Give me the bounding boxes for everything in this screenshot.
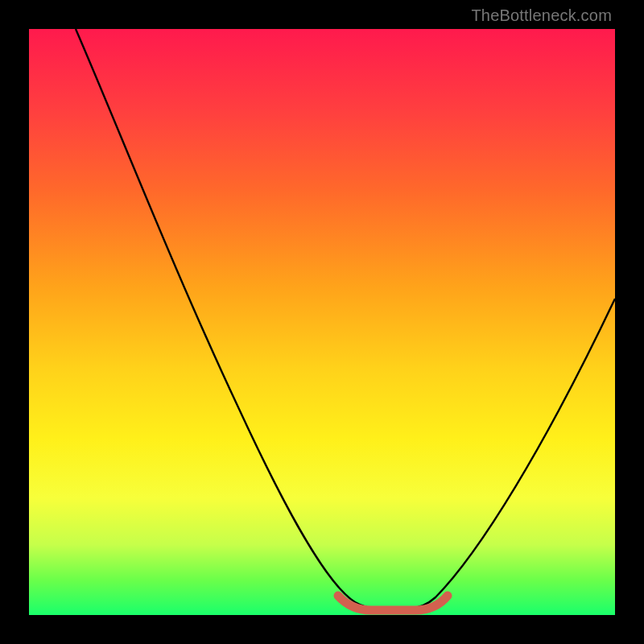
bottleneck-curve (76, 29, 615, 609)
curve-layer (29, 29, 615, 615)
chart-frame: TheBottleneck.com (0, 0, 644, 644)
watermark-text: TheBottleneck.com (471, 6, 612, 25)
plot-area (29, 29, 615, 615)
tolerance-band (338, 596, 448, 610)
